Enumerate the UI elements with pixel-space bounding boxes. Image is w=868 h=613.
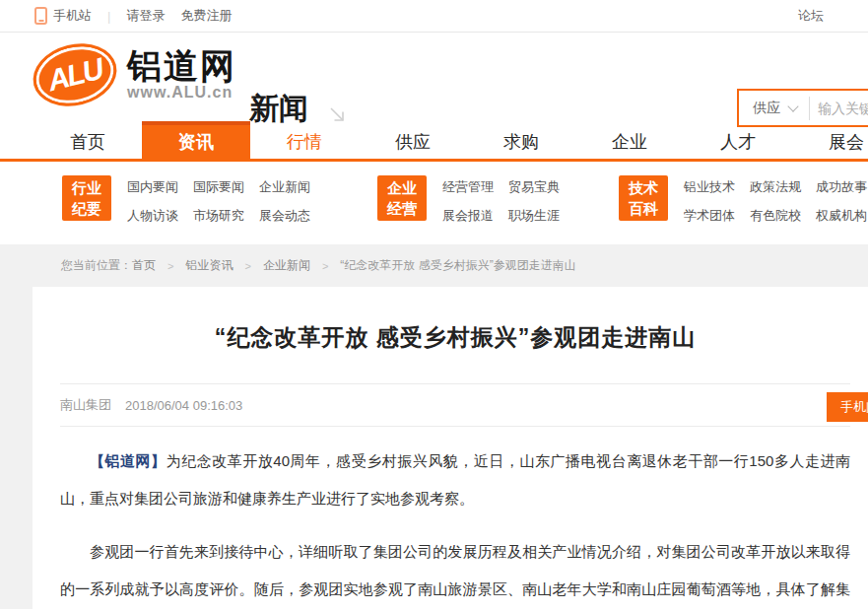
- search-category-label: 供应: [753, 100, 780, 117]
- subnav-link[interactable]: 职场生涯: [508, 205, 560, 227]
- subnav-box-line: 经营: [377, 198, 427, 219]
- subnav-link[interactable]: 政策法规: [750, 176, 801, 198]
- mobile-phone-icon: [34, 7, 47, 25]
- site-url: www.ALU.cn: [127, 84, 236, 102]
- subnav-link[interactable]: 市场研究: [193, 205, 244, 227]
- login-link[interactable]: 请登录: [126, 7, 165, 25]
- article-card: “纪念改革开放 感受乡村振兴”参观团走进南山 南山集团 2018/06/04 0…: [33, 287, 868, 609]
- subnav-link[interactable]: 学术团体: [684, 205, 735, 227]
- subnav-box-tech[interactable]: 技术 百科: [619, 175, 668, 221]
- subnav-box-line: 行业: [62, 177, 111, 198]
- subnav-box-line: 百科: [619, 198, 668, 219]
- nav-item-supply[interactable]: 供应: [359, 121, 467, 159]
- subnav-link[interactable]: 展会报道: [442, 205, 494, 227]
- alu-logo-icon: ALU: [27, 35, 123, 115]
- subnav-link[interactable]: 人物访谈: [127, 205, 178, 227]
- site-brand: 铝道网 www.ALU.cn: [127, 48, 236, 102]
- subnav-links: 经营管理 贸易宝典 展会报道 职场生涯: [442, 175, 574, 227]
- subnav-box-line: 纪要: [62, 198, 111, 219]
- breadcrumb-company-news[interactable]: 企业新闻: [263, 257, 310, 274]
- content-area: “纪念改革开放 感受乡村振兴”参观团走进南山 南山集团 2018/06/04 0…: [0, 287, 868, 609]
- breadcrumb-news[interactable]: 铝业资讯: [185, 257, 233, 274]
- nav-item-home[interactable]: 首页: [33, 121, 142, 159]
- subnav-link[interactable]: 经营管理: [442, 176, 494, 198]
- subnav-group-tech: 技术 百科 铝业技术 政策法规 成功故事 学术团体 有色院校 权威机构: [619, 175, 868, 227]
- forum-link[interactable]: 论坛: [798, 7, 824, 25]
- article-datetime: 2018/06/04 09:16:03: [125, 398, 242, 413]
- mobile-read-button[interactable]: 手机阅读: [827, 392, 868, 422]
- subnav-link[interactable]: 贸易宝典: [508, 176, 560, 198]
- subnav-link[interactable]: 国际要闻: [193, 176, 244, 198]
- subnav-link[interactable]: 企业新闻: [259, 176, 310, 198]
- subnav-group-industry: 行业 纪要 国内要闻 国际要闻 企业新闻 人物访谈 市场研究 展会动态: [62, 175, 325, 227]
- nav-item-news[interactable]: 资讯: [142, 121, 250, 159]
- subnav-link[interactable]: 展会动态: [259, 205, 310, 227]
- subnav-link[interactable]: 铝业技术: [684, 176, 735, 198]
- search-input[interactable]: [810, 101, 868, 116]
- arrow-down-right-icon: [328, 105, 348, 129]
- article-paragraph: 【铝道网】为纪念改革开放40周年，感受乡村振兴风貌，近日，山东广播电视台离退休老…: [60, 443, 850, 517]
- article-paragraph: 参观团一行首先来到接待中心，详细听取了集团公司的发展历程及相关产业情况介绍，对集…: [60, 533, 850, 613]
- page-title: 新闻: [249, 89, 308, 129]
- brand-tag: 【铝道网】: [90, 452, 167, 469]
- page: 手机站 | 请登录 免费注册 论坛 ALU 铝道网 www.ALU.cn 新闻 …: [0, 0, 868, 613]
- subnav-link[interactable]: 权威机构: [816, 205, 867, 227]
- site-logo[interactable]: ALU 铝道网 www.ALU.cn: [33, 44, 236, 105]
- subnav-link[interactable]: 成功故事: [816, 176, 867, 198]
- register-link[interactable]: 免费注册: [180, 7, 232, 25]
- search-category-dropdown[interactable]: 供应: [739, 100, 809, 117]
- subnav-links: 国内要闻 国际要闻 企业新闻 人物访谈 市场研究 展会动态: [127, 175, 325, 227]
- subnav-box-industry[interactable]: 行业 纪要: [62, 175, 111, 221]
- breadcrumb: 您当前位置： 首页 > 铝业资讯 > 企业新闻 > “纪念改革开放 感受乡村振兴…: [0, 244, 868, 287]
- subnav-box-line: 企业: [377, 177, 427, 198]
- header: ALU 铝道网 www.ALU.cn 新闻 供应: [0, 33, 868, 121]
- main-nav: 首页 资讯 行情 供应 求购 企业 人才 展会: [0, 121, 868, 162]
- subnav-box-line: 技术: [619, 177, 668, 198]
- paragraph-text: 为纪念改革开放40周年，感受乡村振兴风貌，近日，山东广播电视台离退休老干部一行1…: [60, 452, 850, 507]
- chevron-down-icon: [787, 101, 798, 111]
- article-body: 【铝道网】为纪念改革开放40周年，感受乡村振兴风貌，近日，山东广播电视台离退休老…: [60, 443, 850, 613]
- article-source: 南山集团: [60, 396, 111, 414]
- mobile-site-link[interactable]: 手机站: [53, 7, 92, 25]
- breadcrumb-separator: >: [244, 260, 250, 272]
- article-title: “纪念改革开放 感受乡村振兴”参观团走进南山: [60, 322, 850, 353]
- subnav-group-business: 企业 经营 经营管理 贸易宝典 展会报道 职场生涯: [377, 175, 574, 227]
- breadcrumb-current: “纪念改革开放 感受乡村振兴”参观团走进南山: [340, 257, 575, 274]
- subnav-box-business[interactable]: 企业 经营: [377, 175, 427, 221]
- nav-item-company[interactable]: 企业: [575, 121, 684, 159]
- article-meta: 南山集团 2018/06/04 09:16:03 手机阅读: [60, 383, 850, 427]
- subnav: 行业 纪要 国内要闻 国际要闻 企业新闻 人物访谈 市场研究 展会动态 企业 经…: [0, 162, 868, 244]
- breadcrumb-separator: >: [167, 260, 173, 272]
- topbar-divider: |: [107, 9, 110, 24]
- search-box: 供应: [737, 89, 868, 127]
- breadcrumb-separator: >: [322, 260, 328, 272]
- subnav-link[interactable]: 国内要闻: [127, 176, 178, 198]
- breadcrumb-label: 您当前位置：: [61, 257, 132, 274]
- site-name: 铝道网: [127, 48, 236, 84]
- subnav-links: 铝业技术 政策法规 成功故事 学术团体 有色院校 权威机构: [684, 175, 868, 227]
- breadcrumb-home[interactable]: 首页: [132, 257, 156, 274]
- nav-item-buy[interactable]: 求购: [467, 121, 575, 159]
- topbar: 手机站 | 请登录 免费注册 论坛: [0, 0, 868, 33]
- subnav-link[interactable]: 有色院校: [750, 205, 801, 227]
